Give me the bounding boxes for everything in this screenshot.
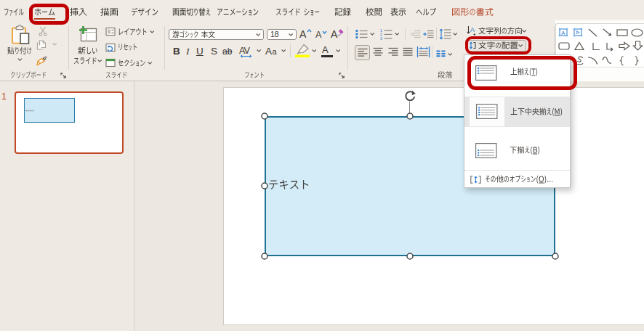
svg-text:A: A (561, 30, 565, 36)
svg-text:A: A (574, 30, 581, 34)
svg-text:3: 3 (380, 36, 382, 41)
svg-text:A: A (470, 26, 475, 33)
